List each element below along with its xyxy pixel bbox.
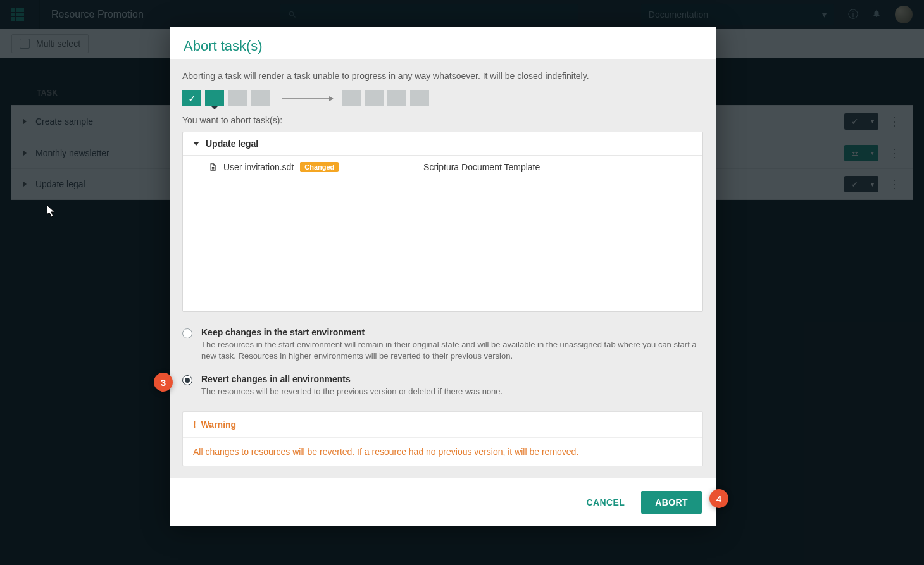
progress-steps: ✓ (182, 90, 703, 106)
option-keep-changes[interactable]: Keep changes in the start environment Th… (182, 323, 703, 370)
step-icon (228, 90, 247, 106)
warning-icon: ! (193, 419, 196, 430)
warning-body: All changes to resources will be reverte… (183, 438, 702, 466)
step-icon (342, 90, 361, 106)
modal-subtitle: You want to abort task(s): (182, 115, 703, 125)
resource-filename: User invitation.sdt (223, 162, 294, 172)
resource-row: User invitation.sdt Changed Scriptura Do… (183, 156, 702, 178)
step-done-icon: ✓ (182, 90, 201, 106)
modal-title: Abort task(s) (184, 38, 702, 54)
modal-description: Aborting a task will render a task unabl… (182, 71, 703, 81)
file-icon (208, 162, 217, 172)
option-title: Revert changes in all environments (201, 374, 503, 384)
option-description: The resources in the start environment w… (201, 339, 703, 361)
arrow-right-icon (282, 98, 333, 99)
cursor-icon (47, 205, 57, 218)
option-revert-changes[interactable]: Revert changes in all environments The r… (182, 370, 703, 406)
step-icon (387, 90, 406, 106)
task-group-header[interactable]: Update legal (183, 132, 702, 156)
cancel-button[interactable]: CANCEL (586, 491, 625, 514)
option-title: Keep changes in the start environment (201, 327, 703, 337)
radio-selected-icon (182, 375, 192, 385)
warning-label: Warning (201, 419, 236, 430)
caret-down-icon (193, 142, 199, 146)
radio-icon (182, 328, 192, 338)
option-description: The resources will be reverted to the pr… (201, 386, 503, 397)
step-icon (365, 90, 384, 106)
step-icon (410, 90, 429, 106)
abort-options: Keep changes in the start environment Th… (182, 323, 703, 406)
resource-type: Scriptura Document Template (423, 162, 697, 172)
step-current-icon (205, 90, 224, 106)
warning-panel: ! Warning All changes to resources will … (182, 411, 703, 466)
modal-footer: CANCEL ABORT (170, 478, 716, 526)
task-group-label: Update legal (206, 139, 258, 149)
status-badge: Changed (300, 162, 339, 172)
abort-task-modal: Abort task(s) Aborting a task will rende… (170, 27, 716, 526)
annotation-marker: 3 (154, 373, 173, 392)
abort-task-list: Update legal User invitation.sdt Changed… (182, 132, 703, 312)
annotation-marker: 4 (709, 489, 728, 508)
abort-button[interactable]: ABORT (641, 491, 702, 514)
step-icon (251, 90, 270, 106)
